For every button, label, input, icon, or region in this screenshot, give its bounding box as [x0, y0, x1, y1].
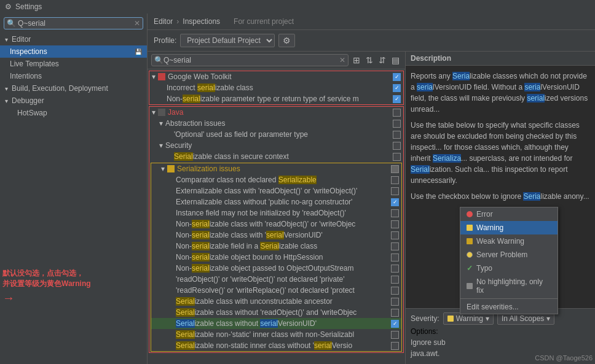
severity-dropdown[interactable]: Warning ▾ — [443, 312, 494, 325]
gwt-item-incorrect-serial[interactable]: Incorrect serializable class ✓ — [149, 82, 403, 93]
serialization-checkbox[interactable] — [391, 165, 399, 173]
serial-without-uid-item[interactable]: Serializable class without serialVersion… — [151, 318, 401, 329]
non-serial-field-item[interactable]: Non-serializable field in a Serializable… — [151, 241, 401, 252]
sidebar-build-label: Build, Execution, Deployment — [12, 84, 108, 93]
abstraction-header[interactable]: ▾ Abstraction issues — [149, 118, 403, 129]
dropdown-server[interactable]: Server Problem — [460, 248, 558, 261]
serial-nouid-checkbox[interactable] — [391, 342, 399, 350]
inspection-search-input[interactable] — [164, 56, 339, 64]
unconstructable-checkbox[interactable] — [391, 298, 399, 306]
java-checkbox[interactable] — [393, 109, 401, 117]
sidebar-search-clear[interactable]: ✕ — [134, 19, 140, 28]
sidebar-section-build[interactable]: ▾ Build, Execution, Deployment — [0, 82, 147, 95]
item-checkbox[interactable]: ✓ — [393, 95, 401, 103]
content-area: Editor › Inspections For current project… — [148, 14, 595, 364]
non-serial-oos-checkbox[interactable] — [391, 265, 399, 273]
gwt-checkbox[interactable]: ✓ — [393, 73, 401, 81]
non-serial-read-item[interactable]: Non-serializable class with 'readObject(… — [151, 219, 401, 230]
abstraction-checkbox[interactable] — [393, 120, 401, 128]
readresolve-item[interactable]: 'readResolve()' or 'writeReplace()' not … — [151, 285, 401, 296]
gwt-item-non-serial[interactable]: Non-serializable parameter type or retur… — [149, 93, 403, 104]
java-header[interactable]: ▾ Java — [149, 107, 403, 118]
non-serial-read-label: Non-serializable class with 'readObject(… — [176, 220, 388, 228]
java-color-indicator — [158, 109, 165, 116]
non-serial-read-checkbox[interactable] — [391, 220, 399, 228]
readresolve-checkbox[interactable] — [391, 287, 399, 295]
profile-gear-button[interactable]: ⚙ — [278, 34, 295, 47]
security-checkbox[interactable] — [393, 142, 401, 150]
desc-text-3: Use the checkbox below to ignore Seriali… — [411, 191, 590, 202]
serialization-header[interactable]: ▾ Serialization issues — [151, 163, 401, 174]
filter-icon[interactable]: ⊞ — [351, 55, 362, 66]
dropdown-typo[interactable]: ✓ Typo — [460, 261, 558, 275]
dropdown-warning[interactable]: Warning — [460, 221, 558, 234]
collapse-icon[interactable]: ⇵ — [377, 55, 388, 66]
clear-icon[interactable]: ✕ — [339, 56, 345, 64]
serial-without-readobject-checkbox[interactable] — [391, 309, 399, 317]
serial-nouid-item[interactable]: Serializable non-static inner class with… — [151, 340, 401, 351]
google-web-toolkit-group: ▾ Google Web Toolkit ✓ Incorrect seriali… — [149, 71, 404, 105]
non-serial-http-item[interactable]: Non-serializable object bound to HttpSes… — [151, 252, 401, 263]
sidebar-item-hotswap[interactable]: HotSwap — [0, 107, 147, 119]
inspection-search-box[interactable]: 🔍 ✕ — [151, 54, 349, 66]
externalizable-read-checkbox[interactable] — [391, 187, 399, 195]
desc-text-1: Reports any Serializable classes which d… — [411, 71, 590, 115]
unconstructable-item[interactable]: Serializable class with unconstructable … — [151, 296, 401, 307]
externalizable-noarg-item[interactable]: Externalizable class without 'public no-… — [151, 196, 401, 207]
item-text: Non-serializable parameter type or retur… — [167, 95, 390, 103]
non-serial-oos-item[interactable]: Non-serializable object passed to Object… — [151, 263, 401, 274]
externalizable-noarg-label: Externalizable class without 'public no-… — [176, 198, 388, 206]
readobject-private-checkbox[interactable] — [391, 276, 399, 284]
non-serial-field-checkbox[interactable] — [391, 242, 399, 250]
settings-icon: ⚙ — [5, 2, 12, 11]
non-serial-uid-item[interactable]: Non-serializable class with 'serialVersi… — [151, 230, 401, 241]
scope-dropdown[interactable]: In All Scopes ▾ — [497, 312, 554, 325]
severity-row: Severity: Warning ▾ In All Scopes ▾ — [411, 312, 590, 325]
instance-field-label: Instance field may not be initialized by… — [176, 209, 388, 217]
sidebar-item-live-templates[interactable]: Live Templates — [0, 58, 147, 70]
serial-without-uid-checkbox[interactable]: ✓ — [391, 320, 399, 328]
readobject-private-item[interactable]: 'readObject()' or 'writeObject()' not de… — [151, 274, 401, 285]
expand-icon: ▾ — [5, 85, 8, 92]
comparator-item[interactable]: Comparator class not declared Serializab… — [151, 174, 401, 185]
sidebar-item-debugger[interactable]: ▾ Debugger — [0, 95, 147, 107]
serial-nouid-label: Serializable non-static inner class with… — [176, 341, 388, 350]
sidebar-tree: ▾ Editor Inspections 💾 Live Templates In… — [0, 33, 147, 364]
expand-icon[interactable]: ⇅ — [364, 55, 375, 66]
dropdown-weak-warning[interactable]: Weak Warning — [460, 234, 558, 248]
optional-item[interactable]: 'Optional' used as field or parameter ty… — [149, 129, 403, 140]
typo-color-dot: ✓ — [467, 264, 473, 273]
serial-without-readobject-item[interactable]: Serializable class without 'readObject()… — [151, 307, 401, 318]
breadcrumb-inspections: Inspections — [183, 17, 220, 26]
serial-nonstatic-item[interactable]: Serializable non-'static' inner class wi… — [151, 329, 401, 340]
comparator-checkbox[interactable] — [391, 176, 399, 184]
non-serial-http-checkbox[interactable] — [391, 254, 399, 261]
serial-secure-checkbox[interactable] — [393, 153, 401, 161]
profile-select[interactable]: Project Default Project — [180, 34, 275, 47]
gwt-header[interactable]: ▾ Google Web Toolkit ✓ — [149, 71, 403, 82]
serial-nonstatic-checkbox[interactable] — [391, 331, 399, 339]
sidebar-item-inspections[interactable]: Inspections 💾 — [0, 45, 147, 58]
dropdown-edit-severities[interactable]: Edit severities... — [460, 300, 558, 314]
optional-checkbox[interactable] — [393, 131, 401, 139]
desc-text-2: Use the table below to specify what spec… — [411, 120, 590, 186]
non-serial-uid-checkbox[interactable] — [391, 231, 399, 239]
instance-field-checkbox[interactable] — [391, 209, 399, 217]
dropdown-none[interactable]: No highlighting, only fix — [460, 275, 558, 297]
serial-secure-item[interactable]: Serializable class in secure context — [149, 151, 403, 162]
item-checkbox[interactable]: ✓ — [393, 84, 401, 92]
export-icon[interactable]: ▤ — [390, 55, 401, 66]
dropdown-error[interactable]: Error — [460, 207, 558, 221]
highlight-span7: Seria — [523, 192, 540, 201]
sidebar-search-box[interactable]: 🔍 Q~serial ✕ — [4, 17, 143, 29]
sidebar-item-intentions[interactable]: Intentions — [0, 70, 147, 82]
sidebar-section-editor[interactable]: ▾ Editor — [0, 33, 147, 45]
scope-label: In All Scopes — [502, 314, 544, 323]
none-label: No highlighting, only fix — [476, 277, 551, 295]
externalizable-noarg-checkbox[interactable]: ✓ — [391, 198, 399, 206]
security-header[interactable]: ▾ Security — [149, 140, 403, 151]
sidebar-search-input[interactable]: Q~serial — [18, 19, 134, 28]
comparator-label: Comparator class not declared Serializab… — [176, 176, 388, 184]
externalizable-read-item[interactable]: Externalizable class with 'readObject()'… — [151, 185, 401, 196]
instance-field-item[interactable]: Instance field may not be initialized by… — [151, 207, 401, 219]
